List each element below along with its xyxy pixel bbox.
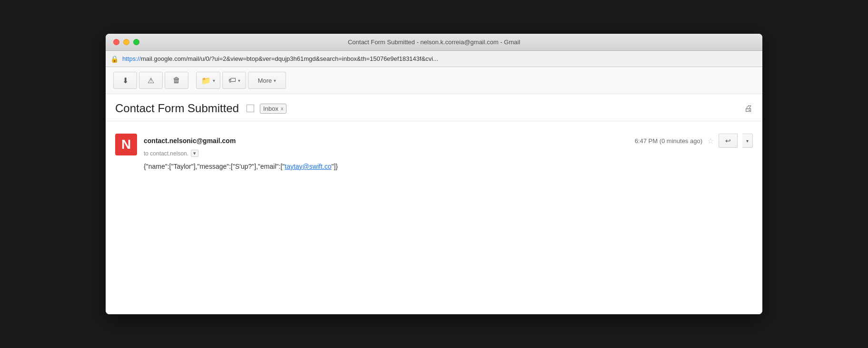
close-button[interactable] bbox=[113, 39, 119, 45]
sender-avatar: N bbox=[115, 134, 137, 155]
archive-button[interactable]: ⬇ bbox=[113, 72, 137, 89]
title-bar: Contact Form Submitted - nelson.k.correi… bbox=[106, 34, 762, 51]
url-protocol: https:// bbox=[122, 55, 141, 62]
browser-window: Contact Form Submitted - nelson.k.correi… bbox=[106, 34, 762, 314]
email-time: 6:47 PM (0 minutes ago) bbox=[635, 137, 702, 145]
body-after-link: "]} bbox=[332, 163, 338, 170]
email-subject: Contact Form Submitted bbox=[115, 102, 239, 115]
lock-icon: 🔒 bbox=[110, 55, 118, 63]
email-from-row: contact.nelsonic@gmail.com 6:47 PM (0 mi… bbox=[144, 134, 753, 148]
delete-icon: 🗑 bbox=[173, 76, 180, 85]
email-time-row: 6:47 PM (0 minutes ago) ☆ ↩ ▾ bbox=[635, 134, 753, 148]
star-icon[interactable]: ☆ bbox=[707, 136, 714, 145]
more-button[interactable]: More ▾ bbox=[248, 72, 286, 89]
label-button[interactable]: 🏷 ▾ bbox=[222, 72, 246, 89]
move-to-button[interactable]: 📁 ▾ bbox=[196, 72, 220, 89]
label-icon: 🏷 bbox=[228, 76, 236, 85]
reply-icon: ↩ bbox=[725, 137, 731, 145]
traffic-lights bbox=[113, 39, 139, 45]
email-item: N contact.nelsonic@gmail.com 6:47 PM (0 … bbox=[115, 129, 753, 176]
more-label: More bbox=[258, 77, 272, 84]
subject-checkbox[interactable] bbox=[247, 105, 254, 112]
reply-dropdown-button[interactable]: ▾ bbox=[742, 134, 753, 148]
reply-dropdown-arrow: ▾ bbox=[746, 138, 749, 144]
to-dropdown[interactable]: ▾ bbox=[191, 150, 198, 157]
maximize-button[interactable] bbox=[133, 39, 139, 45]
gmail-content: ⬇ ⚠ 🗑 📁 ▾ 🏷 ▾ More ▾ Contac bbox=[106, 67, 762, 314]
print-icon[interactable]: 🖨 bbox=[744, 104, 753, 114]
spam-button[interactable]: ⚠ bbox=[139, 72, 163, 89]
email-link[interactable]: taytay@swift.co bbox=[285, 163, 331, 170]
address-bar: 🔒 https://mail.google.com/mail/u/0/?ui=2… bbox=[106, 51, 762, 67]
inbox-tag-label: Inbox bbox=[263, 105, 278, 112]
spam-icon: ⚠ bbox=[148, 76, 154, 85]
url-bar[interactable]: https://mail.google.com/mail/u/0/?ui=2&v… bbox=[122, 55, 758, 62]
more-dropdown-arrow: ▾ bbox=[274, 78, 276, 83]
folder-dropdown-arrow: ▾ bbox=[213, 78, 215, 83]
email-from: contact.nelsonic@gmail.com bbox=[144, 137, 236, 145]
email-to-row: to contact.nelson. ▾ bbox=[144, 150, 753, 157]
window-title: Contact Form Submitted - nelson.k.correi… bbox=[348, 39, 520, 46]
inbox-tag-close[interactable]: x bbox=[281, 106, 284, 111]
email-to-label: to contact.nelson. bbox=[144, 150, 188, 157]
email-subject-bar: Contact Form Submitted Inbox x 🖨 bbox=[106, 94, 762, 121]
folder-icon: 📁 bbox=[201, 76, 211, 85]
url-path: mail.google.com/mail/u/0/?ui=2&view=btop… bbox=[141, 55, 438, 62]
delete-button[interactable]: 🗑 bbox=[165, 72, 188, 89]
reply-button[interactable]: ↩ bbox=[719, 134, 738, 148]
toolbar: ⬇ ⚠ 🗑 📁 ▾ 🏷 ▾ More ▾ bbox=[106, 67, 762, 94]
email-meta: contact.nelsonic@gmail.com 6:47 PM (0 mi… bbox=[144, 134, 753, 172]
minimize-button[interactable] bbox=[123, 39, 129, 45]
body-before-link: {"name":["Taylor"],"message":["S'up?"],"… bbox=[144, 163, 285, 170]
avatar-letter: N bbox=[121, 137, 131, 152]
archive-icon: ⬇ bbox=[122, 76, 128, 85]
email-thread: N contact.nelsonic@gmail.com 6:47 PM (0 … bbox=[106, 121, 762, 184]
inbox-tag[interactable]: Inbox x bbox=[260, 104, 286, 114]
label-dropdown-arrow: ▾ bbox=[238, 78, 240, 83]
email-body: {"name":["Taylor"],"message":["S'up?"],"… bbox=[144, 162, 753, 172]
